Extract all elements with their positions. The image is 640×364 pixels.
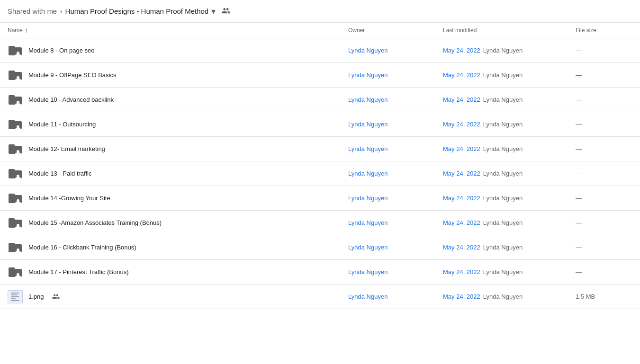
cell-modified: May 24, 2022 Lynda Nguyen [443, 71, 576, 79]
modified-by: Lynda Nguyen [483, 47, 523, 54]
column-name[interactable]: Name ↑ [8, 27, 348, 34]
modified-by: Lynda Nguyen [483, 121, 523, 128]
cell-size: — [576, 121, 632, 128]
cell-size: — [576, 244, 632, 251]
modified-by: Lynda Nguyen [483, 268, 523, 275]
item-name: Module 13 - Paid traffic [28, 170, 91, 177]
cell-modified: May 24, 2022 Lynda Nguyen [443, 293, 576, 300]
table-row[interactable]: Module 15 -Amazon Associates Training (B… [0, 211, 640, 235]
table-row[interactable]: Module 12- Email marketing Lynda Nguyen … [0, 137, 640, 161]
table-row[interactable]: Module 14 -Growing Your Site Lynda Nguye… [0, 186, 640, 211]
table-row[interactable]: Module 9 - OffPage SEO Basics Lynda Nguy… [0, 63, 640, 88]
cell-size: 1.5 MB [576, 293, 632, 300]
cell-name: Module 17 - Pinterest Traffic (Bonus) [8, 265, 348, 280]
cell-name: 1.png [8, 290, 348, 303]
table-row[interactable]: Module 16 - Clickbank Training (Bonus) L… [0, 235, 640, 260]
cell-size: — [576, 96, 632, 103]
file-list: Module 8 - On page seo Lynda Nguyen May … [0, 38, 640, 309]
shared-with-me-link[interactable]: Shared with me [8, 7, 57, 15]
cell-owner: Lynda Nguyen [348, 170, 443, 177]
table-row[interactable]: Module 13 - Paid traffic Lynda Nguyen Ma… [0, 161, 640, 186]
cell-owner: Lynda Nguyen [348, 293, 443, 300]
folder-shared-icon [8, 117, 23, 132]
modified-date: May 24, 2022 [443, 195, 480, 202]
cell-modified: May 24, 2022 Lynda Nguyen [443, 219, 576, 226]
table-row[interactable]: Module 10 - Advanced backlink Lynda Nguy… [0, 88, 640, 112]
cell-modified: May 24, 2022 Lynda Nguyen [443, 47, 576, 54]
folder-shared-icon [8, 166, 23, 181]
item-name: Module 8 - On page seo [28, 47, 94, 54]
modified-date: May 24, 2022 [443, 268, 480, 275]
modified-by: Lynda Nguyen [483, 293, 523, 300]
modified-date: May 24, 2022 [443, 293, 480, 300]
cell-name: Module 12- Email marketing [8, 142, 348, 157]
column-modified[interactable]: Last modified [443, 27, 576, 34]
column-size[interactable]: File size [576, 27, 632, 34]
modified-date: May 24, 2022 [443, 170, 480, 177]
column-owner[interactable]: Owner [348, 27, 443, 34]
cell-owner: Lynda Nguyen [348, 71, 443, 79]
item-name: 1.png [28, 293, 44, 300]
table-row[interactable]: Module 8 - On page seo Lynda Nguyen May … [0, 38, 640, 63]
cell-modified: May 24, 2022 Lynda Nguyen [443, 96, 576, 103]
cell-modified: May 24, 2022 Lynda Nguyen [443, 268, 576, 275]
folder-shared-icon [8, 68, 23, 83]
table-row[interactable]: 1.png Lynda Nguyen May 24, 2022 Lynda Ng… [0, 284, 640, 309]
folder-shared-icon [8, 142, 23, 157]
cell-size: — [576, 195, 632, 202]
modified-by: Lynda Nguyen [483, 96, 523, 103]
cell-owner: Lynda Nguyen [348, 96, 443, 103]
cell-owner: Lynda Nguyen [348, 219, 443, 226]
cell-owner: Lynda Nguyen [348, 268, 443, 275]
cell-size: — [576, 219, 632, 226]
folder-shared-icon [8, 240, 23, 255]
dropdown-arrow-icon[interactable]: ▾ [211, 6, 216, 17]
modified-by: Lynda Nguyen [483, 195, 523, 202]
folder-shared-icon [8, 265, 23, 280]
cell-name: Module 10 - Advanced backlink [8, 92, 348, 107]
cell-name: Module 16 - Clickbank Training (Bonus) [8, 240, 348, 255]
folder-name-label: Human Proof Designs - Human Proof Method [65, 7, 209, 15]
cell-size: — [576, 71, 632, 79]
cell-name: Module 15 -Amazon Associates Training (B… [8, 215, 348, 231]
modified-by: Lynda Nguyen [483, 145, 523, 152]
folder-shared-icon [8, 215, 23, 231]
item-name: Module 15 -Amazon Associates Training (B… [28, 219, 162, 226]
file-shared-icon [52, 293, 60, 301]
cell-owner: Lynda Nguyen [348, 244, 443, 251]
cell-owner: Lynda Nguyen [348, 145, 443, 152]
image-file-icon [8, 290, 23, 303]
sort-arrow-icon[interactable]: ↑ [25, 27, 28, 34]
cell-modified: May 24, 2022 Lynda Nguyen [443, 121, 576, 128]
name-column-label: Name [8, 27, 23, 34]
modified-by: Lynda Nguyen [483, 244, 523, 251]
cell-size: — [576, 170, 632, 177]
breadcrumb-chevron-icon: › [60, 7, 62, 16]
modified-date: May 24, 2022 [443, 96, 480, 103]
item-name: Module 17 - Pinterest Traffic (Bonus) [28, 268, 128, 275]
cell-name: Module 13 - Paid traffic [8, 166, 348, 181]
item-name: Module 12- Email marketing [28, 145, 105, 152]
item-name: Module 14 -Growing Your Site [28, 195, 110, 202]
modified-date: May 24, 2022 [443, 71, 480, 79]
item-name: Module 11 - Outsourcing [28, 121, 96, 128]
cell-name: Module 8 - On page seo [8, 43, 348, 58]
cell-owner: Lynda Nguyen [348, 195, 443, 202]
cell-modified: May 24, 2022 Lynda Nguyen [443, 145, 576, 152]
cell-owner: Lynda Nguyen [348, 121, 443, 128]
cell-owner: Lynda Nguyen [348, 47, 443, 54]
breadcrumb: Shared with me › Human Proof Designs - H… [0, 0, 640, 23]
item-name: Module 10 - Advanced backlink [28, 96, 114, 103]
table-row[interactable]: Module 17 - Pinterest Traffic (Bonus) Ly… [0, 260, 640, 284]
item-name: Module 16 - Clickbank Training (Bonus) [28, 244, 136, 251]
modified-date: May 24, 2022 [443, 244, 480, 251]
table-row[interactable]: Module 11 - Outsourcing Lynda Nguyen May… [0, 112, 640, 137]
cell-name: Module 14 -Growing Your Site [8, 191, 348, 206]
cell-size: — [576, 268, 632, 275]
current-folder-link[interactable]: Human Proof Designs - Human Proof Method… [65, 6, 216, 17]
folder-shared-icon [8, 92, 23, 107]
cell-size: — [576, 47, 632, 54]
modified-date: May 24, 2022 [443, 47, 480, 54]
cell-size: — [576, 145, 632, 152]
cell-name: Module 9 - OffPage SEO Basics [8, 68, 348, 83]
